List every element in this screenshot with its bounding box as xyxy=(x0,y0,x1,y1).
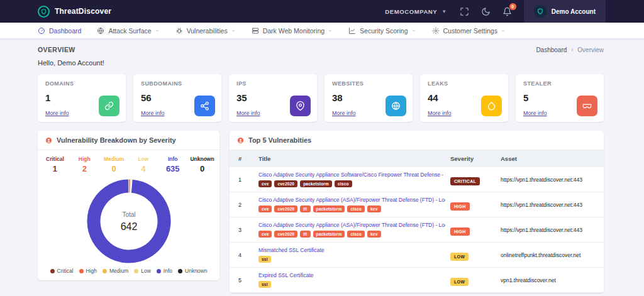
notifications-icon[interactable]: 0 xyxy=(502,7,512,16)
nav-item-customer-settings[interactable]: Customer Settings xyxy=(432,27,506,35)
breadcrumb-dashboard[interactable]: Dashboard xyxy=(536,47,567,53)
topbar-actions: DEMOCOMPANY ▼ 0 Demo Account xyxy=(385,0,644,23)
vuln-table-row: 5Expired SSL CertificatesslLOWvpn1.threa… xyxy=(230,268,604,293)
vuln-title-link[interactable]: Cisco Adaptive Security Appliance Softwa… xyxy=(258,172,445,178)
col-asset: Asset xyxy=(501,155,595,162)
severity-stats: Critical1High2Medium0Low4Info635Unknown0 xyxy=(38,150,219,175)
vuln-title-link[interactable]: Cisco Adaptive Security Appliance (ASA)/… xyxy=(258,197,445,203)
severity-cell: LOW xyxy=(450,249,496,261)
vuln-title-cell: Mismatched SSL Certificatessl xyxy=(258,247,445,263)
chevron-down-icon xyxy=(328,28,333,33)
stat-card-label: DOMAINS xyxy=(45,80,118,87)
fullscreen-icon[interactable] xyxy=(460,7,469,16)
app-root: ThreatDiscover DEMOCOMPANY ▼ 0 Demo Acc xyxy=(0,0,644,296)
droplet-icon[interactable] xyxy=(481,96,502,116)
chart-icon xyxy=(348,27,356,35)
company-name: DEMOCOMPANY xyxy=(385,8,437,15)
table-body: 1Cisco Adaptive Security Appliance Softw… xyxy=(230,167,604,293)
more-info-link[interactable]: More info xyxy=(236,110,260,116)
tag-badge: cisco xyxy=(347,231,365,238)
nav-item-vulnerabilities[interactable]: Vulnerabilities xyxy=(175,27,236,35)
donut-svg: Total642 xyxy=(85,177,173,265)
table-header: # Title Severity Asset xyxy=(230,150,604,167)
more-info-link[interactable]: More info xyxy=(141,110,165,116)
legend-item-critical[interactable]: Critical xyxy=(50,268,74,274)
nav-item-label: Attack Surface xyxy=(108,27,151,35)
legend-label: Medium xyxy=(109,268,128,274)
gauge-icon xyxy=(38,27,45,35)
account-menu[interactable]: Demo Account xyxy=(524,0,606,23)
mask-icon[interactable] xyxy=(577,96,597,116)
globe-icon[interactable] xyxy=(386,96,406,116)
donut-total-value: 642 xyxy=(120,221,137,232)
tag-badge: ssl xyxy=(258,256,271,263)
more-info-link[interactable]: More info xyxy=(45,110,69,116)
more-info-link[interactable]: More info xyxy=(428,110,452,116)
chevron-down-icon xyxy=(231,28,236,33)
more-info-link[interactable]: More info xyxy=(523,110,547,116)
severity-stat-value: 2 xyxy=(70,164,99,173)
tag-badge: packetstorm xyxy=(300,180,332,187)
stat-card-label: STEALER xyxy=(523,80,596,87)
severity-stat-label: High xyxy=(70,156,99,162)
tag-badge: cve2020 xyxy=(274,180,297,187)
legend-item-low[interactable]: Low xyxy=(134,268,151,274)
nav-item-attack-surface[interactable]: Attack Surface xyxy=(97,27,159,35)
severity-stat-info: Info635 xyxy=(158,156,187,173)
tag-badge: lfi xyxy=(300,206,310,212)
content: OVERVIEW Dashboard › Overview Hello, Dem… xyxy=(0,39,644,293)
page-head: OVERVIEW Dashboard › Overview xyxy=(38,46,604,53)
severity-stat-label: Critical xyxy=(40,156,70,162)
nav-item-dashboard[interactable]: Dashboard xyxy=(38,27,81,35)
tag-badge: packetstorm xyxy=(313,231,345,238)
legend-item-unknown[interactable]: Unknown xyxy=(178,268,207,274)
nav-item-dark-web-monitoring[interactable]: Dark Web Monitoring xyxy=(252,27,333,35)
legend-dot-icon xyxy=(134,269,138,273)
tag-badge: cve xyxy=(258,180,272,187)
severity-stat-label: Medium xyxy=(99,156,129,162)
vuln-tags: cvecve2020packetstormcisco xyxy=(258,180,445,187)
tag-badge: packetstorm xyxy=(313,206,345,212)
tag-badge: cve xyxy=(258,206,272,212)
brand[interactable]: ThreatDiscover xyxy=(38,6,111,18)
vuln-title-link[interactable]: Mismatched SSL Certificate xyxy=(258,247,445,253)
vuln-title-link[interactable]: Cisco Adaptive Security Appliance (ASA)/… xyxy=(258,222,445,228)
vuln-tags: cvecve2020lfipacketstormciscokev xyxy=(258,206,445,212)
dark-mode-icon[interactable] xyxy=(481,7,491,16)
nav-item-security-scoring[interactable]: Security Scoring xyxy=(348,27,416,35)
severity-stat-label: Unknown xyxy=(187,156,217,162)
bug-icon xyxy=(175,27,183,35)
row-number: 3 xyxy=(238,227,253,233)
tag-badge: lfi xyxy=(300,231,310,238)
tag-badge: cisco xyxy=(347,206,365,212)
link-icon[interactable] xyxy=(99,96,119,116)
breadcrumb: Dashboard › Overview xyxy=(536,47,604,53)
stat-card-label: SUBDOMAINS xyxy=(141,80,214,87)
more-info-link[interactable]: More info xyxy=(332,110,356,116)
chart-legend: CriticalHighMediumLowInfoUnknown xyxy=(38,265,219,280)
legend-item-info[interactable]: Info xyxy=(157,268,172,274)
severity-breakdown-panel: Vulnerability Breakdown by Severity Crit… xyxy=(38,131,219,280)
severity-stat-high: High2 xyxy=(70,156,99,173)
stat-card-stealer: STEALER5More info xyxy=(516,74,604,122)
chevron-down-icon xyxy=(411,28,416,33)
vuln-title-cell: Cisco Adaptive Security Appliance Softwa… xyxy=(258,172,445,187)
vuln-title-cell: Expired SSL Certificatessl xyxy=(258,272,445,288)
share-icon[interactable] xyxy=(194,96,215,116)
chevron-down-icon xyxy=(501,28,506,33)
legend-item-medium[interactable]: Medium xyxy=(103,268,128,274)
chevron-down-icon xyxy=(155,28,160,33)
legend-item-high[interactable]: High xyxy=(79,268,97,274)
vuln-panel-title: Top 5 Vulnerabities xyxy=(248,136,311,144)
nav-item-label: Dark Web Monitoring xyxy=(263,27,325,35)
row-number: 1 xyxy=(238,177,253,183)
asset-cell: https://vpn1.threatdiscover.net:443 xyxy=(501,202,595,208)
company-selector[interactable]: DEMOCOMPANY ▼ xyxy=(385,8,447,15)
tag-badge: ssl xyxy=(258,281,271,288)
vuln-table-row: 1Cisco Adaptive Security Appliance Softw… xyxy=(230,167,604,192)
vuln-title-link[interactable]: Expired SSL Certificate xyxy=(258,272,445,278)
vuln-title-cell: Cisco Adaptive Security Appliance (ASA)/… xyxy=(258,222,445,238)
topbar: ThreatDiscover DEMOCOMPANY ▼ 0 Demo Acc xyxy=(0,0,644,23)
pin-icon[interactable] xyxy=(290,96,311,116)
stat-card-ips: IPS35More info xyxy=(229,74,317,122)
